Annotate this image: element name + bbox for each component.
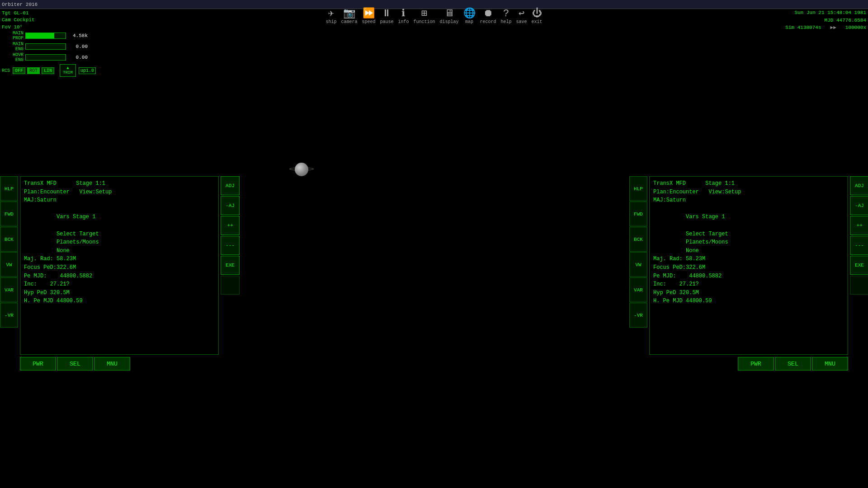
mfd-right-vr[interactable]: -VR — [629, 303, 647, 328]
toolbar-exit[interactable]: ⏻ exit — [530, 8, 544, 25]
mfd-left-bck[interactable]: BCK — [0, 227, 18, 252]
top-right-info: Sun Jun 21 15:48:04 1981 MJD 44776.6584 … — [785, 9, 866, 32]
trim-value: up1.0 — [79, 67, 96, 74]
mfd-left-pp[interactable]: ++ — [221, 216, 240, 235]
mfd-right-vw[interactable]: VW — [629, 252, 647, 277]
hovr-eng-bar — [25, 54, 66, 61]
mfd-right-wrapper: HLP FWD BCK VW VAR -VR TransX MFD Stage … — [649, 176, 848, 355]
toolbar-pause[interactable]: ⏸ pause — [378, 8, 395, 25]
title-bar-text: Orbiter 2016 — [2, 2, 38, 7]
rcs-label: RCS — [2, 68, 10, 73]
mfd-right-pwr[interactable]: PWR — [738, 357, 774, 371]
hud-panel: MAINPROP 4.58k MAINENG 0.00 HOVRENG 0.00… — [2, 31, 97, 77]
camera-label: camera — [341, 19, 357, 24]
hovr-eng-value: 0.00 — [68, 55, 88, 60]
mfd-right-empty — [850, 276, 868, 295]
mfd-right-fwd[interactable]: FWD — [629, 202, 647, 226]
mfd-left-mm[interactable]: --- — [221, 236, 240, 255]
speed-label: speed — [362, 19, 375, 24]
map-icon: 🌐 — [463, 9, 476, 19]
lin-button[interactable]: LIN — [42, 67, 54, 74]
ship-icon: ✈ — [328, 9, 334, 19]
tgt-info: Tgt GL-01 — [2, 10, 35, 17]
mfd-left-vw[interactable]: VW — [0, 252, 18, 277]
info-label: info — [398, 19, 409, 24]
main-prop-label: MAINPROP — [2, 31, 24, 41]
sim-speed: 100000x — [845, 24, 866, 32]
function-icon: ⊞ — [421, 9, 427, 19]
pause-label: pause — [380, 19, 393, 24]
record-label: record — [480, 19, 496, 24]
trim-label: TRIM — [63, 70, 73, 75]
mfd-right-side-buttons: HLP FWD BCK VW VAR -VR — [629, 176, 647, 328]
toolbar-ship[interactable]: ✈ ship — [324, 8, 338, 25]
top-info: Tgt GL-01 Cam Cockpit FoV 10° — [0, 9, 37, 32]
mfd-right-hlp[interactable]: HLP — [629, 176, 647, 201]
rcs-trim-row: RCS OFF ROT LIN ▲ TRIM up1.0 — [2, 64, 97, 77]
pause-icon: ⏸ — [382, 9, 392, 19]
mfd-left-action-buttons: ADJ -AJ ++ --- EXE — [221, 176, 240, 295]
help-icon: ? — [503, 9, 509, 19]
record-icon: ⏺ — [483, 9, 493, 19]
mfd-left-content: TransX MFD Stage 1:1 Plan:Encounter View… — [20, 176, 219, 355]
mfd-right-pp[interactable]: ++ — [850, 216, 868, 235]
rot-button[interactable]: ROT — [27, 67, 40, 74]
mfd-left-empty — [221, 276, 240, 295]
planet — [289, 160, 321, 183]
mfd-left-wrapper: HLP FWD BCK VW VAR -VR TransX MFD Stage … — [20, 176, 219, 355]
toolbar-save[interactable]: ↩ save — [514, 8, 529, 25]
help-label: help — [501, 19, 512, 24]
toolbar-info[interactable]: ℹ info — [396, 8, 410, 25]
exit-label: exit — [532, 19, 542, 24]
toolbar-speed[interactable]: ⏩ speed — [360, 8, 377, 25]
mfd-left-adj[interactable]: ADJ — [221, 176, 240, 195]
mfd-left-aj[interactable]: -AJ — [221, 196, 240, 215]
ship-label: ship — [326, 19, 336, 24]
map-label: map — [465, 19, 473, 24]
main-prop-row: MAINPROP 4.58k — [2, 31, 97, 41]
display-icon: 🖥 — [444, 9, 454, 19]
mfd-left-vr[interactable]: -VR — [0, 303, 18, 328]
mfd-left-hlp[interactable]: HLP — [0, 176, 18, 201]
camera-icon: 📷 — [343, 9, 355, 19]
mfd-right-sel[interactable]: SEL — [775, 357, 811, 371]
toolbar-camera[interactable]: 📷 camera — [339, 8, 359, 25]
mfd-left-var[interactable]: VAR — [0, 277, 18, 302]
exit-icon: ⏻ — [532, 9, 542, 19]
datetime: Sun Jun 21 15:48:04 1981 — [785, 9, 866, 17]
mfd-right-var[interactable]: VAR — [629, 277, 647, 302]
mfd-right-aj[interactable]: -AJ — [850, 196, 868, 215]
info-icon: ℹ — [401, 9, 405, 19]
mfd-right-exe[interactable]: EXE — [850, 256, 868, 275]
function-label: function — [413, 19, 435, 24]
mjd: MJD 44776.6584 — [785, 17, 866, 24]
mfd-left-side-buttons: HLP FWD BCK VW VAR -VR — [0, 176, 18, 328]
mfd-right-bck[interactable]: BCK — [629, 227, 647, 252]
mfd-right-mm[interactable]: --- — [850, 236, 868, 255]
save-label: save — [516, 19, 527, 24]
mfd-left-text: TransX MFD Stage 1:1 Plan:Encounter View… — [24, 179, 215, 305]
toolbar-record[interactable]: ⏺ record — [478, 8, 498, 25]
display-label: display — [440, 19, 459, 24]
title-bar: Orbiter 2016 — [0, 0, 868, 9]
fov-info: FoV 10° — [2, 24, 35, 31]
trim-box: ▲ TRIM — [60, 64, 76, 77]
save-icon: ↩ — [519, 9, 524, 19]
mfd-left-pwr[interactable]: PWR — [20, 357, 56, 371]
hovr-eng-row: HOVRENG 0.00 — [2, 52, 97, 62]
mfd-left-mnu[interactable]: MNU — [94, 357, 130, 371]
cam-info: Cam Cockpit — [2, 17, 35, 23]
mfd-right-bottom-bar: PWR SEL MNU — [738, 357, 848, 371]
off-button[interactable]: OFF — [13, 67, 25, 74]
mfd-right-mnu[interactable]: MNU — [812, 357, 848, 371]
toolbar-function[interactable]: ⊞ function — [411, 8, 437, 25]
mfd-left-sel[interactable]: SEL — [57, 357, 93, 371]
mfd-right-adj[interactable]: ADJ — [850, 176, 868, 195]
toolbar-display[interactable]: 🖥 display — [438, 8, 461, 25]
toolbar-map[interactable]: 🌐 map — [462, 8, 477, 25]
mfd-left-fwd[interactable]: FWD — [0, 202, 18, 226]
mfd-left-exe[interactable]: EXE — [221, 256, 240, 275]
planet-body — [295, 163, 308, 176]
toolbar-help[interactable]: ? help — [499, 8, 514, 25]
toolbar: ✈ ship 📷 camera ⏩ speed ⏸ pause ℹ info ⊞… — [324, 8, 544, 25]
